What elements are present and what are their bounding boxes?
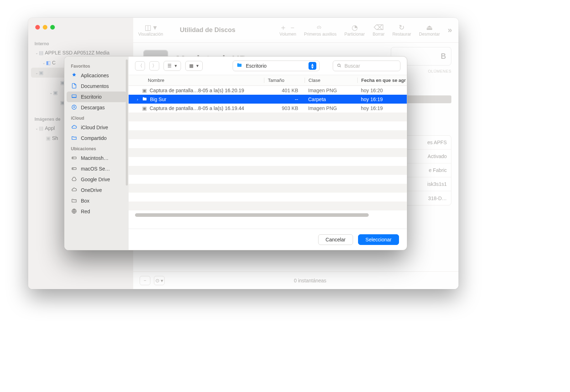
desktop-icon <box>71 94 77 100</box>
file-list: ›▣Captura de pantalla…8-05 a la(s) 16.20… <box>129 86 407 229</box>
sidebar-item-label: macOS Se… <box>81 166 110 172</box>
sidebar-item-label: Google Drive <box>81 177 110 182</box>
chevron-left-icon: 〈 <box>138 63 142 69</box>
sidebar-item-macos-se[interactable]: macOS Se… <box>67 163 126 174</box>
applications-icon <box>71 72 77 79</box>
globe-icon <box>71 208 77 215</box>
toolbar-view[interactable]: ◫ ▾ Visualización <box>138 24 163 37</box>
sidebar-item-macintosh-hd[interactable]: Macintosh… <box>67 153 126 163</box>
sidebar-item-google-drive[interactable]: Google Drive <box>67 174 126 185</box>
sidebar-section-internal: Interno <box>28 38 133 48</box>
sidebar-item-label: OneDrive <box>81 187 102 193</box>
nav-back-button[interactable]: 〈 <box>135 61 145 70</box>
snapshot-more-button[interactable]: ⊙ ▾ <box>154 276 165 285</box>
sidebar-item-applications[interactable]: Aplicaciones <box>67 70 126 81</box>
sidebar-item-network[interactable]: Red <box>67 206 126 217</box>
sidebar-item-label: Macintosh… <box>81 155 109 161</box>
sidebar-section-locations: Ubicaciones <box>67 143 126 153</box>
sidebar-item-label: Descargas <box>81 105 105 110</box>
select-button[interactable]: Seleccionar <box>358 234 399 245</box>
open-panel-toolbar: 〈 〉 ☰▾ ▦▾ Escritorio ▲▼ <box>129 57 407 75</box>
grid-icon: ▦ <box>189 63 193 68</box>
file-row-selected[interactable]: ›Big Sur -- Carpeta hoy 16:19 <box>129 95 407 104</box>
main-toolbar: ◫ ▾ Visualización Utilidad de Discos ＋ －… <box>133 18 458 43</box>
disclosure-icon[interactable]: › <box>136 97 139 101</box>
sidebar-item-documents[interactable]: Documentos <box>67 81 126 92</box>
pie-icon: ◔ <box>352 24 358 31</box>
column-kind[interactable]: Clase <box>305 78 357 83</box>
open-panel-sidebar: Favoritos Aplicaciones Documentos Escrit… <box>64 57 129 250</box>
sidebar-item-label: iCloud Drive <box>81 125 108 130</box>
column-size[interactable]: Tamaño <box>264 78 305 83</box>
volumes-label: OLÚMENES <box>428 69 451 73</box>
svg-point-5 <box>73 168 73 169</box>
plus-minus-icon: ＋ － <box>280 24 296 31</box>
open-panel-footer: Cancelar Seleccionar <box>129 229 407 250</box>
stethoscope-icon: ᯅ <box>317 24 324 31</box>
view-mode-button[interactable]: ☰▾ <box>164 61 181 71</box>
sidebar-scrollbar[interactable] <box>126 59 128 185</box>
toolbar-unmount[interactable]: ⏏ Desmontar <box>419 24 440 37</box>
sidebar-item-shared[interactable]: Compartido <box>67 133 126 143</box>
sidebar-item-box[interactable]: Box <box>67 195 126 206</box>
eject-icon: ⏏ <box>426 24 433 31</box>
cloud-icon <box>71 187 77 193</box>
sidebar-item-desktop[interactable]: Escritorio <box>67 92 126 102</box>
minimize-window-button[interactable] <box>43 25 47 30</box>
search-input[interactable] <box>344 63 397 69</box>
toolbar-volume[interactable]: ＋ － Volumen <box>280 24 296 37</box>
open-panel-sheet: Favoritos Aplicaciones Documentos Escrit… <box>64 56 407 250</box>
toolbar-overflow-icon[interactable]: » <box>448 26 452 35</box>
sidebar-section-icloud: iCloud <box>67 113 126 122</box>
toolbar-firstaid[interactable]: ᯅ Primeros auxilios <box>304 24 336 37</box>
sidebar-item-label: Compartido <box>81 135 107 141</box>
sidebar-section-favorites: Favoritos <box>67 61 126 70</box>
search-icon <box>337 63 342 69</box>
column-name[interactable]: Nombre <box>129 78 264 83</box>
group-by-button[interactable]: ▦▾ <box>185 61 203 71</box>
traffic-lights <box>35 25 55 30</box>
column-date[interactable]: Fecha en que se agr <box>357 78 407 83</box>
folder-icon <box>142 96 147 102</box>
file-row[interactable]: ›▣Captura de pantalla…8-05 a la(s) 16.19… <box>129 104 407 113</box>
snapshot-count: 0 instantáneas <box>168 278 452 283</box>
snapshot-remove-button[interactable]: － <box>140 276 150 285</box>
footer-bar: － ⊙ ▾ 0 instantáneas <box>133 271 458 289</box>
toolbar-restore[interactable]: ↻ Restaurar <box>392 24 411 37</box>
open-panel-main: 〈 〉 ☰▾ ▦▾ Escritorio ▲▼ Nombre <box>129 57 407 250</box>
toolbar-partition[interactable]: ◔ Particionar <box>344 24 365 37</box>
image-file-icon: ▣ <box>142 105 147 111</box>
sidebar-item-onedrive[interactable]: OneDrive <box>67 185 126 195</box>
sidebar-item-label: Box <box>81 198 89 204</box>
sidebar-item-label: Red <box>81 209 90 214</box>
image-file-icon: ▣ <box>142 88 147 93</box>
toolbar-view-label: Visualización <box>138 32 163 37</box>
cloud-icon <box>71 124 77 131</box>
download-icon <box>71 104 77 111</box>
horizontal-scrollbar[interactable] <box>135 213 400 217</box>
box-icon <box>71 198 77 204</box>
folder-icon <box>237 62 242 69</box>
chevron-down-icon: ▾ <box>175 63 177 68</box>
gdrive-icon <box>71 176 77 183</box>
cancel-button[interactable]: Cancelar <box>318 234 353 245</box>
hdd-icon <box>71 155 77 161</box>
close-window-button[interactable] <box>35 25 40 30</box>
sidebar-item-label: Documentos <box>81 83 109 89</box>
sidebar-item-icloud-drive[interactable]: iCloud Drive <box>67 122 126 133</box>
sidebar-item-downloads[interactable]: Descargas <box>67 102 126 113</box>
list-icon: ☰ <box>167 63 172 68</box>
document-icon <box>71 83 77 89</box>
nav-forward-button[interactable]: 〉 <box>149 61 159 70</box>
sidebar-item-label: Aplicaciones <box>81 73 109 78</box>
file-row[interactable]: ›▣Captura de pantalla…8-05 a la(s) 16.20… <box>129 86 407 95</box>
zoom-window-button[interactable] <box>50 25 55 30</box>
svg-point-3 <box>73 158 73 158</box>
updown-icon: ▲▼ <box>309 62 316 70</box>
sidebar-item-label: Escritorio <box>81 94 102 100</box>
file-list-header: Nombre Tamaño Clase Fecha en que se agr <box>129 75 407 86</box>
shared-folder-icon <box>71 135 77 141</box>
toolbar-erase[interactable]: ⌫ Borrar <box>373 24 384 37</box>
search-field[interactable] <box>333 61 400 71</box>
location-popup[interactable]: Escritorio ▲▼ <box>233 61 320 71</box>
